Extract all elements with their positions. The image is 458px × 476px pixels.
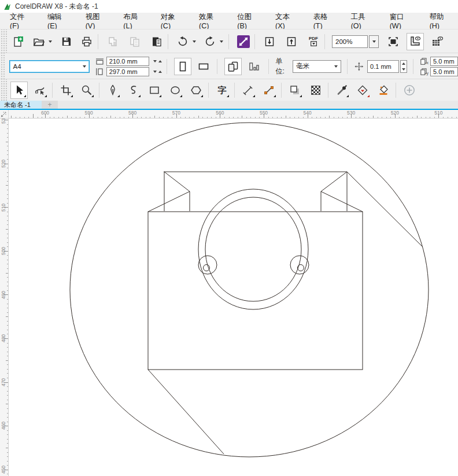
print-button[interactable]: [79, 34, 94, 49]
toolbar-grip[interactable]: [0, 29, 7, 53]
crop-tool[interactable]: [57, 82, 75, 99]
duplicate-x-field[interactable]: 5.0 mm: [430, 57, 458, 66]
page-width-field[interactable]: 210.0 mm: [106, 57, 149, 66]
nudge-spinner[interactable]: [400, 60, 407, 73]
color-eyedropper-tool[interactable]: [333, 82, 350, 99]
window-title: CorelDRAW X8 - 未命名 -1: [15, 2, 98, 12]
artwork-outer-circle[interactable]: [70, 123, 429, 457]
left-eyelet[interactable]: [198, 256, 217, 274]
all-pages-same-size-button[interactable]: [224, 58, 242, 75]
publish-pdf-button[interactable]: PDF: [306, 34, 321, 49]
document-tab-bar: 未命名 -1 +: [0, 101, 458, 110]
hruler-label: 570: [172, 110, 180, 116]
connector-tool[interactable]: [260, 82, 278, 99]
current-page-size-button[interactable]: [245, 58, 263, 75]
page-height-spinner[interactable]: [153, 71, 162, 73]
page-width-icon: [95, 58, 104, 65]
nudge-distance-field[interactable]: 0.1 mm: [367, 60, 399, 73]
units-combobox[interactable]: 毫米: [293, 60, 341, 73]
handle-outer-ellipse[interactable]: [198, 189, 308, 309]
cut-button[interactable]: [105, 34, 120, 49]
shape-tool[interactable]: [31, 82, 49, 99]
new-document-tab-button[interactable]: +: [42, 101, 58, 109]
menu-item-table[interactable]: 表格(T): [308, 12, 341, 30]
menu-item-effects[interactable]: 效果(C): [194, 12, 227, 30]
menu-item-file[interactable]: 文件(F): [5, 12, 38, 30]
toolbar-grip[interactable]: [0, 53, 6, 79]
page-width-value: 210.0 mm: [109, 58, 138, 65]
ruler-origin-button[interactable]: [0, 110, 9, 119]
horizontal-ruler[interactable]: 600 590 580 570 560 550 540 530 520 510: [9, 110, 458, 119]
dimension-tool[interactable]: [239, 82, 257, 99]
separator: [413, 59, 413, 74]
bag-front-rectangle[interactable]: [148, 212, 363, 370]
vruler-label: 450: [1, 465, 6, 473]
add-tool-button[interactable]: [401, 82, 418, 99]
hruler-label: 550: [260, 110, 268, 116]
handle-inner-ellipse[interactable]: [205, 197, 301, 301]
ellipse-tool[interactable]: [167, 82, 184, 99]
vruler-label: 480: [1, 334, 6, 342]
menu-item-layout[interactable]: 布局(L): [118, 12, 150, 30]
toolbar-grip[interactable]: [0, 79, 7, 101]
redo-button[interactable]: [202, 34, 217, 49]
menu-item-view[interactable]: 视图(V): [80, 12, 114, 30]
duplicate-x-icon: x: [420, 58, 429, 65]
transparency-tool[interactable]: [307, 82, 324, 99]
pen-tool[interactable]: [104, 82, 121, 99]
portrait-orientation-button[interactable]: [174, 58, 191, 75]
export-button[interactable]: [284, 34, 299, 49]
page-width-spinner[interactable]: [153, 60, 162, 62]
separator: [99, 83, 99, 98]
text-tool[interactable]: 字: [213, 82, 231, 99]
copy-button[interactable]: [127, 34, 142, 49]
application-launcher-button[interactable]: [236, 34, 251, 49]
vruler-label: 520: [1, 160, 6, 168]
show-grid-button[interactable]: [429, 33, 446, 50]
landscape-orientation-button[interactable]: [195, 58, 212, 75]
bag-bottom-diagonal[interactable]: [148, 370, 224, 454]
undo-button[interactable]: [175, 34, 190, 49]
document-tab-active[interactable]: 未命名 -1: [0, 101, 42, 109]
interactive-fill-tool[interactable]: [354, 82, 371, 99]
show-rulers-button[interactable]: [407, 33, 424, 50]
menu-item-help[interactable]: 帮助(H): [424, 12, 458, 30]
right-eyelet[interactable]: [290, 256, 309, 274]
bag-right-fold[interactable]: [321, 172, 363, 212]
undo-dropdown[interactable]: [190, 34, 198, 49]
zoom-level-combobox[interactable]: 200%: [332, 35, 368, 48]
rectangle-tool[interactable]: [146, 82, 163, 99]
save-button[interactable]: [58, 34, 73, 49]
fullscreen-preview-button[interactable]: [386, 34, 401, 49]
freehand-tool[interactable]: [125, 82, 142, 99]
zoom-level-dropdown[interactable]: [369, 35, 379, 48]
redo-dropdown[interactable]: [217, 34, 225, 49]
page-height-field[interactable]: 297.0 mm: [106, 67, 149, 76]
units-value: 毫米: [293, 62, 331, 71]
menu-item-window[interactable]: 窗口(W): [385, 12, 420, 30]
menu-item-object[interactable]: 对象(C): [156, 12, 189, 30]
standard-toolbar: PDF 200%: [0, 29, 458, 53]
vruler-label: 510: [1, 203, 6, 211]
dup-x-sub: x: [427, 61, 429, 65]
drop-shadow-tool[interactable]: [286, 82, 304, 99]
import-button[interactable]: [262, 34, 277, 49]
menu-item-edit[interactable]: 编辑(E): [42, 12, 76, 30]
menu-item-text[interactable]: 文本(X): [270, 12, 304, 30]
pick-tool[interactable]: [10, 82, 28, 99]
plus-icon: +: [47, 101, 51, 109]
zoom-tool[interactable]: [78, 82, 95, 99]
page-size-preset-combobox[interactable]: A4: [9, 60, 89, 73]
polygon-tool[interactable]: [187, 82, 205, 99]
vertical-ruler[interactable]: 530 520 510 500 490 480 470 460 450: [0, 119, 9, 476]
open-button[interactable]: [31, 34, 46, 49]
smart-fill-tool[interactable]: [375, 82, 392, 99]
menu-item-bitmaps[interactable]: 位图(B): [232, 12, 265, 30]
bag-left-fold[interactable]: [148, 172, 190, 212]
duplicate-y-field[interactable]: 5.0 mm: [430, 67, 458, 76]
open-dropdown[interactable]: [46, 34, 54, 49]
new-document-button[interactable]: [10, 34, 25, 49]
paste-button[interactable]: [149, 34, 164, 49]
menu-item-tools[interactable]: 工具(O): [346, 12, 380, 30]
drawing-canvas[interactable]: [9, 119, 458, 476]
